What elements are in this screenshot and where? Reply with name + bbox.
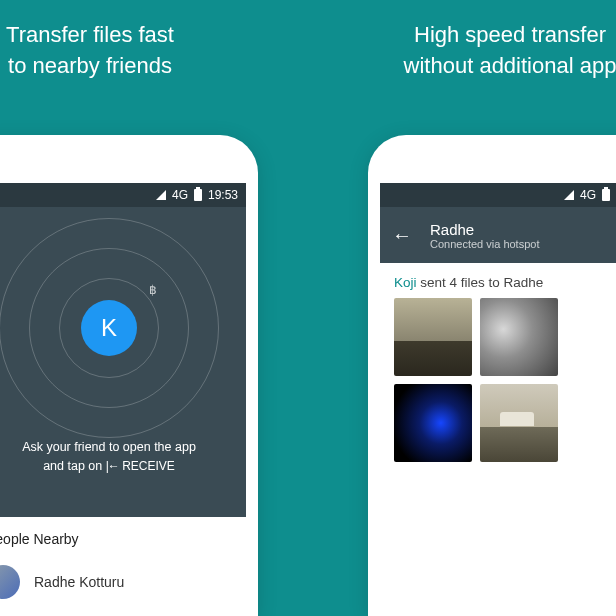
self-avatar-initial: K	[101, 314, 117, 342]
sent-target: Radhe	[504, 275, 544, 290]
bluetooth-icon: ฿	[149, 283, 157, 297]
status-bar: 4G 19:53	[0, 183, 246, 207]
file-thumbnail[interactable]	[480, 384, 558, 462]
file-thumbnail[interactable]	[394, 298, 472, 376]
back-icon[interactable]: ←	[392, 224, 412, 247]
signal-icon	[156, 190, 166, 200]
status-bar: 4G 19:53	[380, 183, 616, 207]
promo-headline-right: High speed transfer without additional a…	[380, 20, 616, 82]
nearby-item[interactable]: Radhe Kotturu	[0, 555, 246, 609]
battery-icon	[602, 189, 610, 201]
promo-left-line2: to nearby friends	[8, 53, 172, 78]
file-thumbnail-grid	[380, 298, 616, 462]
signal-icon	[564, 190, 574, 200]
radar-rings: K ฿	[0, 228, 219, 448]
phone-mockup-left: 4G 19:53 K ฿ Ask your friend to open the…	[0, 135, 258, 616]
nearby-avatar	[0, 565, 20, 599]
radar-panel: K ฿ Ask your friend to open the app and …	[0, 207, 246, 517]
network-type: 4G	[172, 188, 188, 202]
sender-name: Koji	[394, 275, 417, 290]
receive-arrow-icon: |←	[106, 459, 119, 473]
appbar-title: Radhe	[430, 221, 539, 238]
promo-right-line2: without additional app	[404, 53, 616, 78]
sent-mid: sent 4 files to	[417, 275, 504, 290]
clock: 19:53	[208, 188, 238, 202]
promo-right-line1: High speed transfer	[414, 22, 606, 47]
transfer-summary: Koji sent 4 files to Radhe	[380, 263, 616, 298]
self-avatar: K	[81, 300, 137, 356]
section-heading-nearby: People Nearby	[0, 517, 246, 555]
phone-mockup-right: 4G 19:53 ← Radhe Connected via hotspot K…	[368, 135, 616, 616]
app-bar: ← Radhe Connected via hotspot	[380, 207, 616, 263]
instruction-line2-prefix: and tap on	[43, 459, 102, 473]
receive-chip: |← RECEIVE	[106, 457, 175, 475]
network-type: 4G	[580, 188, 596, 202]
nearby-name: Radhe Kotturu	[34, 574, 124, 590]
promo-headline-left: Transfer files fast to nearby friends	[0, 20, 200, 82]
file-thumbnail[interactable]	[394, 384, 472, 462]
receive-label: RECEIVE	[122, 459, 175, 473]
file-thumbnail[interactable]	[480, 298, 558, 376]
promo-left-line1: Transfer files fast	[6, 22, 174, 47]
battery-icon	[194, 189, 202, 201]
appbar-subtitle: Connected via hotspot	[430, 238, 539, 250]
